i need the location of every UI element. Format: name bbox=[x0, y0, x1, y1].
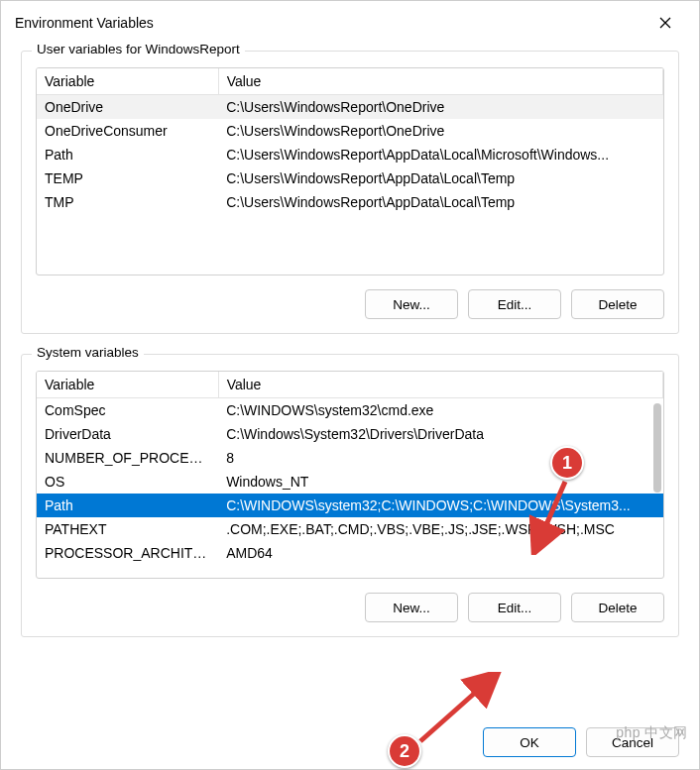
window-title: Environment Variables bbox=[15, 15, 154, 31]
column-header-variable[interactable]: Variable bbox=[37, 372, 218, 398]
table-row[interactable]: OneDriveConsumer C:\Users\WindowsReport\… bbox=[37, 119, 663, 143]
cell-variable: ComSpec bbox=[37, 398, 218, 423]
cell-variable: TEMP bbox=[37, 166, 218, 190]
user-edit-button[interactable]: Edit... bbox=[468, 289, 561, 319]
annotation-arrow-1-icon bbox=[525, 476, 575, 555]
user-variables-group: User variables for WindowsReport Variabl… bbox=[21, 51, 679, 334]
cell-value: C:\Users\WindowsReport\AppData\Local\Tem… bbox=[218, 190, 662, 214]
user-buttons-row: New... Edit... Delete bbox=[36, 289, 664, 319]
scrollbar-thumb[interactable] bbox=[653, 403, 661, 493]
column-header-value[interactable]: Value bbox=[218, 68, 662, 95]
annotation-marker-2: 2 bbox=[388, 734, 421, 768]
svg-line-0 bbox=[537, 482, 565, 545]
table-row[interactable]: OneDrive C:\Users\WindowsReport\OneDrive bbox=[37, 95, 663, 120]
cell-value: 8 bbox=[218, 446, 662, 470]
cell-value: C:\WINDOWS\system32;C:\WINDOWS;C:\WINDOW… bbox=[218, 494, 662, 517]
user-new-button[interactable]: New... bbox=[365, 289, 458, 319]
cell-variable: Path bbox=[37, 143, 218, 166]
cell-variable: OneDrive bbox=[37, 95, 218, 120]
cell-value: C:\Windows\System32\Drivers\DriverData bbox=[218, 422, 662, 446]
svg-line-1 bbox=[420, 678, 492, 741]
cell-value: C:\Users\WindowsReport\OneDrive bbox=[218, 119, 662, 143]
cell-variable: PROCESSOR_ARCHITECTU... bbox=[37, 541, 218, 565]
titlebar: Environment Variables bbox=[1, 1, 699, 45]
cell-value: .COM;.EXE;.BAT;.CMD;.VBS;.VBE;.JS;.JSE;.… bbox=[218, 517, 662, 541]
watermark-text: php 中文网 bbox=[616, 724, 688, 742]
table-row[interactable]: TMP C:\Users\WindowsReport\AppData\Local… bbox=[37, 190, 663, 214]
system-variables-label: System variables bbox=[32, 345, 144, 360]
cell-value: Windows_NT bbox=[218, 470, 662, 494]
table-row[interactable]: DriverData C:\Windows\System32\Drivers\D… bbox=[37, 422, 663, 446]
system-delete-button[interactable]: Delete bbox=[571, 593, 664, 622]
column-header-variable[interactable]: Variable bbox=[37, 68, 218, 95]
system-variables-group: System variables Variable Value ComSpec … bbox=[21, 354, 679, 637]
user-variables-table[interactable]: Variable Value OneDrive C:\Users\Windows… bbox=[37, 68, 663, 214]
system-new-button[interactable]: New... bbox=[365, 593, 458, 622]
cell-variable: Path bbox=[37, 494, 218, 517]
table-row[interactable]: Path C:\Users\WindowsReport\AppData\Loca… bbox=[37, 143, 663, 166]
cell-variable: PATHEXT bbox=[37, 517, 218, 541]
environment-variables-dialog: Environment Variables User variables for… bbox=[0, 0, 700, 770]
user-delete-button[interactable]: Delete bbox=[571, 289, 664, 319]
system-edit-button[interactable]: Edit... bbox=[468, 593, 561, 622]
cell-value: C:\Users\WindowsReport\OneDrive bbox=[218, 95, 662, 120]
close-button[interactable] bbox=[645, 9, 685, 37]
user-variables-label: User variables for WindowsReport bbox=[32, 42, 245, 56]
cell-value: C:\Users\WindowsReport\AppData\Local\Mic… bbox=[218, 143, 662, 166]
cell-variable: OneDriveConsumer bbox=[37, 119, 218, 143]
annotation-arrow-2-icon bbox=[414, 672, 504, 751]
column-header-value[interactable]: Value bbox=[218, 372, 662, 398]
dialog-content: User variables for WindowsReport Variabl… bbox=[1, 45, 699, 723]
cell-variable: NUMBER_OF_PROCESSORS bbox=[37, 446, 218, 470]
table-row[interactable]: TEMP C:\Users\WindowsReport\AppData\Loca… bbox=[37, 166, 663, 190]
cell-variable: DriverData bbox=[37, 422, 218, 446]
close-icon bbox=[659, 17, 671, 29]
cell-value: C:\Users\WindowsReport\AppData\Local\Tem… bbox=[218, 166, 662, 190]
cell-variable: TMP bbox=[37, 190, 218, 214]
cell-value: C:\WINDOWS\system32\cmd.exe bbox=[218, 398, 662, 423]
system-buttons-row: New... Edit... Delete bbox=[36, 593, 664, 622]
cell-variable: OS bbox=[37, 470, 218, 494]
annotation-marker-1: 1 bbox=[550, 446, 584, 480]
dialog-footer: OK Cancel bbox=[1, 723, 699, 769]
cell-value: AMD64 bbox=[218, 541, 662, 565]
table-row[interactable]: ComSpec C:\WINDOWS\system32\cmd.exe bbox=[37, 398, 663, 423]
user-variables-table-wrap: Variable Value OneDrive C:\Users\Windows… bbox=[36, 67, 664, 275]
